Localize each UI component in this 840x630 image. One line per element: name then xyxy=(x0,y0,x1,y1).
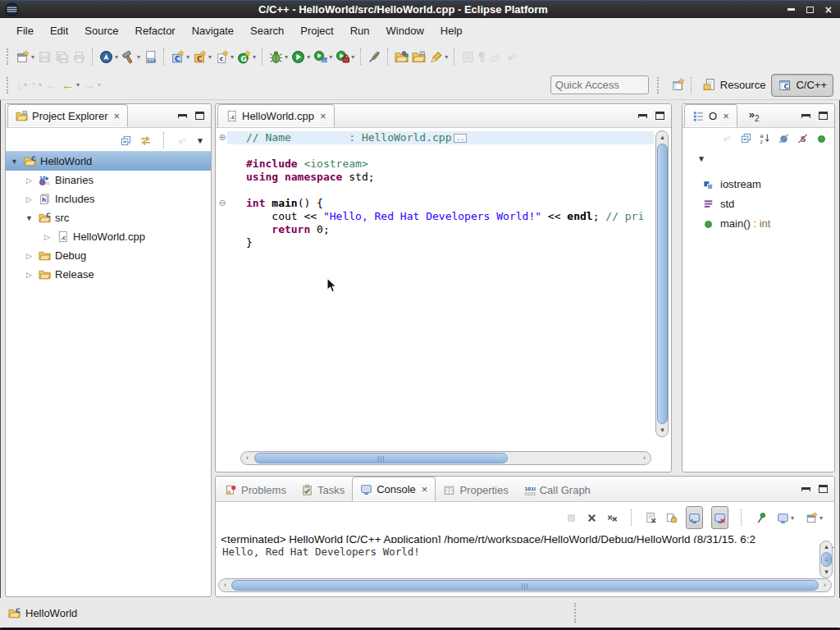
tab-console[interactable]: Console × xyxy=(352,477,436,501)
tree-item-binaries[interactable]: ▷ Binaries xyxy=(6,171,211,189)
search-marker-button[interactable]: ▾ xyxy=(427,46,450,67)
close-icon[interactable]: × xyxy=(422,484,428,495)
remove-all-launches-icon[interactable] xyxy=(606,512,619,524)
quick-access-input[interactable] xyxy=(550,75,649,94)
tab-outline[interactable]: O × xyxy=(684,104,737,127)
hide-fields-icon[interactable] xyxy=(778,132,790,144)
menu-refactor[interactable]: Refactor xyxy=(127,21,184,40)
close-icon[interactable]: × xyxy=(113,111,120,121)
outline-item-iostream[interactable]: iostream xyxy=(682,174,834,194)
maximize-view-button[interactable] xyxy=(195,112,204,120)
maximize-view-button[interactable] xyxy=(819,485,828,493)
menu-project[interactable]: Project xyxy=(292,21,341,40)
show-on-stderr-toggle[interactable] xyxy=(711,506,728,529)
show-on-stdout-toggle[interactable] xyxy=(686,506,703,529)
link-with-editor-icon[interactable] xyxy=(139,135,152,147)
tab-problems[interactable]: Problems xyxy=(217,478,294,501)
minimize-view-button[interactable] xyxy=(178,114,187,118)
back-button[interactable]: ←▾ xyxy=(60,75,81,96)
editor-horizontal-scrollbar[interactable]: ‹ ||| › xyxy=(240,451,651,465)
view-menu-icon[interactable]: ▼ xyxy=(196,136,204,145)
scrollbar-thumb[interactable]: ≡ xyxy=(821,552,832,567)
tree-item-release[interactable]: ▷ Release xyxy=(6,265,211,284)
menu-window[interactable]: Window xyxy=(378,21,432,40)
debug-button[interactable]: ▾ xyxy=(267,46,290,67)
display-console-button[interactable]: ▾ xyxy=(775,507,796,528)
window-minimize-button[interactable] xyxy=(788,8,795,11)
new-wizard-button[interactable]: ▾ xyxy=(14,46,36,67)
new-c-project-button[interactable]: ▾ xyxy=(169,46,191,67)
hide-static-icon[interactable] xyxy=(797,132,809,144)
tree-item-helloworld-cpp[interactable]: ▷ HelloWorld.cpp xyxy=(6,227,211,246)
run-configurations-button[interactable]: ▾ xyxy=(334,46,356,67)
hide-non-public-icon[interactable] xyxy=(815,132,828,144)
g-plus-button[interactable]: ▾ xyxy=(235,46,258,67)
toggle-annotations-button[interactable] xyxy=(366,46,383,67)
tree-item-helloworld-project[interactable]: ▼ HelloWorld xyxy=(6,151,211,171)
menu-navigate[interactable]: Navigate xyxy=(184,21,242,40)
open-perspective-button[interactable] xyxy=(669,75,687,96)
external-tools-button[interactable]: ▾ xyxy=(98,46,120,67)
menu-run[interactable]: Run xyxy=(342,21,378,40)
close-icon[interactable]: × xyxy=(320,111,326,121)
menu-help[interactable]: Help xyxy=(432,21,471,40)
profile-button[interactable]: ▾ xyxy=(312,46,334,67)
fold-expanded-icon[interactable]: ⊖ xyxy=(217,198,228,208)
new-cpp-class-button[interactable]: ▾ xyxy=(191,46,213,67)
open-resource-button[interactable] xyxy=(410,46,427,67)
build-all-button[interactable]: ▾ xyxy=(120,46,142,67)
code-editor[interactable]: ⊕ ⊖ // Name : HelloWorld.cpp.. #include … xyxy=(217,129,670,439)
minimize-view-button[interactable] xyxy=(801,114,810,118)
tab-project-explorer[interactable]: Project Explorer × xyxy=(7,104,128,127)
window-maximize-button[interactable] xyxy=(806,7,814,13)
chevron-down-icon[interactable]: ▾ xyxy=(31,53,34,61)
perspective-resource-button[interactable]: Resource xyxy=(696,75,772,96)
scrollbar-thumb[interactable] xyxy=(657,144,668,424)
tab-properties[interactable]: Properties xyxy=(436,478,515,501)
tree-item-src[interactable]: ▼ src xyxy=(6,208,211,227)
sort-icon[interactable] xyxy=(759,132,771,144)
menu-edit[interactable]: Edit xyxy=(42,21,76,40)
menu-source[interactable]: Source xyxy=(76,21,126,40)
run-button[interactable]: ▾ xyxy=(290,46,312,67)
scroll-lock-icon[interactable] xyxy=(665,512,678,524)
minimize-view-button[interactable] xyxy=(801,487,810,491)
open-element-button[interactable] xyxy=(393,46,410,67)
resource-perspective-label: Resource xyxy=(720,79,766,91)
outline-item-std[interactable]: std xyxy=(682,194,834,213)
binary-parser-button[interactable] xyxy=(142,46,159,67)
tab-helloworld-cpp[interactable]: HelloWorld.cpp × xyxy=(217,104,335,127)
close-icon[interactable]: × xyxy=(723,111,729,121)
folder-icon xyxy=(39,268,51,281)
scrollbar-thumb[interactable]: ||| xyxy=(254,453,508,463)
problems-icon xyxy=(225,484,237,496)
view-menu-icon[interactable]: ▼ xyxy=(697,154,705,163)
console-horizontal-scrollbar[interactable]: ‹ ||| › xyxy=(218,578,832,592)
folded-region-indicator[interactable]: .. xyxy=(454,134,467,143)
window-close-button[interactable]: × xyxy=(825,5,832,15)
tab-tasks[interactable]: Tasks xyxy=(294,478,352,501)
pin-console-icon[interactable] xyxy=(755,512,767,524)
collapse-all-icon[interactable] xyxy=(740,132,752,144)
tree-item-debug[interactable]: ▷ Debug xyxy=(6,246,211,265)
view-stack-overflow[interactable]: »2 xyxy=(749,108,760,123)
clear-console-icon[interactable] xyxy=(645,512,657,524)
menu-search[interactable]: Search xyxy=(242,21,292,40)
new-source-file-button[interactable]: ▾ xyxy=(213,46,235,67)
scrollbar-thumb[interactable]: ||| xyxy=(231,580,819,591)
collapse-all-icon[interactable] xyxy=(120,135,132,147)
tab-call-graph[interactable]: Call Graph xyxy=(516,478,598,501)
perspective-cpp-button[interactable]: C/C++ xyxy=(771,74,833,97)
maximize-editor-button[interactable] xyxy=(655,112,664,120)
menu-file[interactable]: File xyxy=(8,21,42,40)
console-vertical-scrollbar[interactable]: ▴ ≡ ▾ xyxy=(819,541,833,578)
console-output[interactable]: Hello, Red Hat Developers World! xyxy=(217,543,819,578)
editor-vertical-scrollbar[interactable]: ▴ ▾ xyxy=(655,130,669,437)
remove-launch-icon[interactable] xyxy=(586,512,598,524)
fold-collapsed-icon[interactable]: ⊕ xyxy=(217,132,228,143)
outline-item-main[interactable]: main() : int xyxy=(682,213,834,233)
tree-item-includes[interactable]: ▷ Includes xyxy=(6,189,211,208)
open-console-button[interactable]: ▾ xyxy=(804,507,824,528)
maximize-view-button[interactable] xyxy=(819,112,828,120)
minimize-editor-button[interactable] xyxy=(638,114,647,118)
